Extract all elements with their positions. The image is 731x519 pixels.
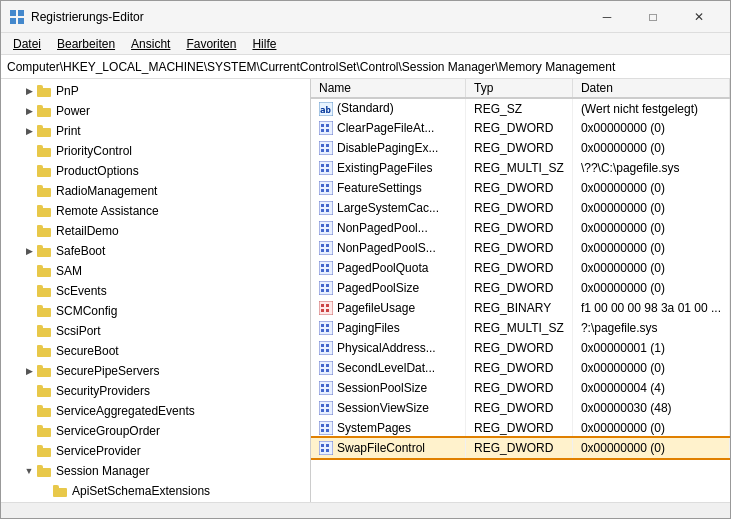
table-row[interactable]: NonPagedPoolS...REG_DWORD0x00000000 (0): [311, 238, 730, 258]
table-row[interactable]: DisablePagingEx...REG_DWORD0x00000000 (0…: [311, 138, 730, 158]
reg-value-icon: [319, 141, 333, 155]
cell-data: 0x00000000 (0): [572, 278, 729, 298]
svg-rect-35: [326, 229, 329, 232]
svg-rect-11: [319, 141, 333, 155]
svg-rect-54: [321, 309, 324, 312]
table-row[interactable]: FeatureSettingsREG_DWORD0x00000000 (0): [311, 178, 730, 198]
table-row[interactable]: NonPagedPool...REG_DWORD0x00000000 (0): [311, 218, 730, 238]
table-row[interactable]: PagingFilesREG_MULTI_SZ?:\pagefile.sys: [311, 318, 730, 338]
svg-rect-3: [18, 18, 24, 24]
col-type[interactable]: Typ: [466, 79, 573, 98]
col-data[interactable]: Daten: [572, 79, 729, 98]
tree-item-radiomanagement[interactable]: ▶ RadioManagement: [1, 181, 310, 201]
tree-item-retaildemo[interactable]: ▶ RetailDemo: [1, 221, 310, 241]
tree-item-remote-assistance[interactable]: ▶ Remote Assistance: [1, 201, 310, 221]
cell-data: f1 00 00 00 98 3a 01 00 ...: [572, 298, 729, 318]
tree-item-scevents[interactable]: ▶ ScEvents: [1, 281, 310, 301]
cell-data: \??\C:\pagefile.sys: [572, 158, 729, 178]
minimize-button[interactable]: ─: [584, 1, 630, 33]
table-row[interactable]: PagedPoolQuotaREG_DWORD0x00000000 (0): [311, 258, 730, 278]
cell-type: REG_DWORD: [466, 418, 573, 438]
menu-bearbeiten[interactable]: Bearbeiten: [49, 35, 123, 53]
tree-item-sam[interactable]: ▶ SAM: [1, 261, 310, 281]
tree-item-scsiport[interactable]: ▶ ScsiPort: [1, 321, 310, 341]
expand-icon: ▶: [21, 123, 37, 139]
tree-item-power[interactable]: ▶ Power: [1, 101, 310, 121]
folder-icon: [37, 304, 53, 318]
tree-item-servicegrouporder[interactable]: ▶ ServiceGroupOrder: [1, 421, 310, 441]
table-row[interactable]: LargeSystemCac...REG_DWORD0x00000000 (0): [311, 198, 730, 218]
tree-item-serviceaggregatedevents[interactable]: ▶ ServiceAggregatedEvents: [1, 401, 310, 421]
cell-type: REG_DWORD: [466, 238, 573, 258]
cell-type: REG_DWORD: [466, 218, 573, 238]
menu-datei[interactable]: Datei: [5, 35, 49, 53]
tree-item-secureboot[interactable]: ▶ SecureBoot: [1, 341, 310, 361]
table-row[interactable]: SwapFileControlREG_DWORD0x00000000 (0): [311, 438, 730, 458]
svg-rect-59: [321, 329, 324, 332]
folder-icon: [53, 484, 69, 498]
horizontal-scrollbar[interactable]: [1, 502, 730, 518]
folder-icon: [37, 184, 53, 198]
table-row[interactable]: ExistingPageFilesREG_MULTI_SZ\??\C:\page…: [311, 158, 730, 178]
col-name[interactable]: Name: [311, 79, 466, 98]
tree-label: SecurePipeServers: [56, 364, 159, 378]
svg-rect-68: [326, 364, 329, 367]
svg-rect-44: [321, 269, 324, 272]
svg-rect-62: [321, 344, 324, 347]
table-row[interactable]: PagefileUsageREG_BINARYf1 00 00 00 98 3a…: [311, 298, 730, 318]
tree-item-apisetschemaextensions[interactable]: ▶ ApiSetSchemaExtensions: [1, 481, 310, 501]
tree-label: SafeBoot: [56, 244, 105, 258]
tree-item-print[interactable]: ▶ Print: [1, 121, 310, 141]
reg-value-icon: [319, 361, 333, 375]
svg-rect-64: [321, 349, 324, 352]
svg-rect-55: [326, 309, 329, 312]
tree-item-securityproviders[interactable]: ▶ SecurityProviders: [1, 381, 310, 401]
svg-rect-89: [321, 449, 324, 452]
maximize-button[interactable]: □: [630, 1, 676, 33]
svg-rect-83: [326, 424, 329, 427]
data-pane[interactable]: Name Typ Daten ab(Standard)REG_SZ(Wert n…: [311, 79, 730, 502]
table-row[interactable]: SecondLevelDat...REG_DWORD0x00000000 (0): [311, 358, 730, 378]
menu-hilfe[interactable]: Hilfe: [244, 35, 284, 53]
title-bar: Registrierungs-Editor ─ □ ✕: [1, 1, 730, 33]
tree-item-serviceprovider[interactable]: ▶ ServiceProvider: [1, 441, 310, 461]
cell-type: REG_DWORD: [466, 278, 573, 298]
svg-rect-8: [326, 124, 329, 127]
menu-ansicht[interactable]: Ansicht: [123, 35, 178, 53]
svg-rect-67: [321, 364, 324, 367]
tree-label: Session Manager: [56, 464, 149, 478]
svg-rect-47: [321, 284, 324, 287]
tree-item-scmconfig[interactable]: ▶ SCMConfig: [1, 301, 310, 321]
svg-rect-71: [319, 381, 333, 395]
tree-item-safeboot[interactable]: ▶ SafeBoot: [1, 241, 310, 261]
tree-item-productoptions[interactable]: ▶ ProductOptions: [1, 161, 310, 181]
tree-label: RadioManagement: [56, 184, 157, 198]
cell-data: 0x00000004 (4): [572, 378, 729, 398]
svg-rect-56: [319, 321, 333, 335]
svg-rect-29: [321, 209, 324, 212]
tree-item-securepipeservers[interactable]: ▶ SecurePipeServers: [1, 361, 310, 381]
table-row[interactable]: PhysicalAddress...REG_DWORD0x00000001 (1…: [311, 338, 730, 358]
tree-item-prioritycontrol[interactable]: ▶ PriorityControl: [1, 141, 310, 161]
reg-value-icon: ab: [319, 102, 333, 116]
table-row[interactable]: ab(Standard)REG_SZ(Wert nicht festgelegt…: [311, 98, 730, 118]
tree-item-session-manager[interactable]: ▼ Session Manager: [1, 461, 310, 481]
tree-item-pnp[interactable]: ▶ PnP: [1, 81, 310, 101]
cell-type: REG_DWORD: [466, 178, 573, 198]
table-row[interactable]: SystemPagesREG_DWORD0x00000000 (0): [311, 418, 730, 438]
reg-value-icon: [319, 161, 333, 175]
close-button[interactable]: ✕: [676, 1, 722, 33]
cell-type: REG_MULTI_SZ: [466, 158, 573, 178]
svg-rect-51: [319, 301, 333, 315]
table-row[interactable]: SessionPoolSizeREG_DWORD0x00000004 (4): [311, 378, 730, 398]
table-row[interactable]: PagedPoolSizeREG_DWORD0x00000000 (0): [311, 278, 730, 298]
tree-pane[interactable]: ▶ PnP ▶ Power ▶ Print ▶ PriorityControl …: [1, 79, 311, 502]
menu-favoriten[interactable]: Favoriten: [178, 35, 244, 53]
table-row[interactable]: ClearPageFileAt...REG_DWORD0x00000000 (0…: [311, 118, 730, 138]
svg-rect-74: [321, 389, 324, 392]
cell-name: SystemPages: [311, 418, 466, 438]
table-row[interactable]: SessionViewSizeREG_DWORD0x00000030 (48): [311, 398, 730, 418]
svg-rect-50: [326, 289, 329, 292]
svg-rect-14: [321, 149, 324, 152]
tree-label: ServiceGroupOrder: [56, 424, 160, 438]
